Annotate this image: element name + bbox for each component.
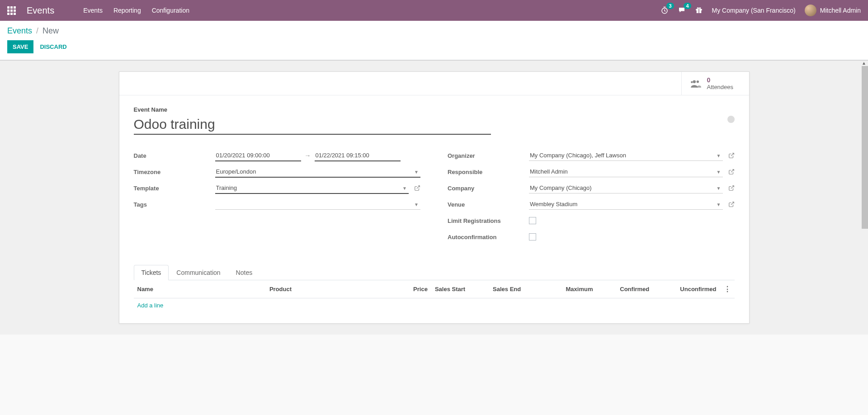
venue-external-link-icon[interactable] — [728, 201, 735, 208]
scroll-up-icon[interactable]: ▲ — [862, 61, 866, 66]
navbar-left: Events Events Reporting Configuration — [7, 5, 189, 16]
discard-button[interactable]: Discard — [40, 43, 66, 50]
apps-icon[interactable] — [7, 6, 16, 15]
add-line-link[interactable]: Add a line — [137, 302, 164, 309]
button-box: 0 Attendees — [119, 72, 749, 95]
template-select[interactable] — [215, 183, 409, 194]
label-company: Company — [448, 185, 529, 192]
nav-events[interactable]: Events — [83, 7, 103, 14]
label-limit-registrations: Limit Registrations — [448, 217, 529, 224]
nav-menu: Events Reporting Configuration — [83, 7, 189, 14]
date-end-input[interactable] — [315, 150, 401, 161]
svg-point-8 — [691, 81, 693, 83]
form-col-right: Organizer ▼ Responsible — [448, 149, 735, 247]
tabs: Tickets Communication Notes — [134, 265, 735, 280]
svg-rect-3 — [698, 9, 699, 13]
event-name-label: Event Name — [134, 106, 735, 113]
organizer-external-link-icon[interactable] — [728, 152, 735, 159]
user-avatar — [805, 5, 816, 16]
label-timezone: Timezone — [134, 169, 215, 175]
date-start-input[interactable] — [215, 150, 301, 161]
scrollbar-thumb[interactable] — [862, 66, 868, 229]
attendees-icon — [690, 79, 702, 89]
timezone-select[interactable] — [215, 166, 421, 178]
svg-point-7 — [696, 80, 698, 82]
responsible-external-link-icon[interactable] — [728, 169, 735, 175]
svg-point-4 — [697, 8, 698, 9]
event-name-input[interactable] — [134, 115, 491, 135]
nav-configuration[interactable]: Configuration — [152, 7, 189, 14]
label-tags: Tags — [134, 201, 215, 208]
chat-badge: 4 — [684, 3, 691, 9]
gift-icon[interactable] — [695, 6, 703, 14]
action-buttons: Save Discard — [7, 40, 861, 53]
arrow-right-icon: → — [305, 152, 311, 159]
th-product[interactable]: Product — [266, 280, 398, 298]
tags-select[interactable] — [215, 199, 421, 210]
chat-icon[interactable]: 4 — [678, 6, 686, 14]
form-body: Event Name Date → — [119, 95, 749, 323]
title-row — [134, 115, 735, 135]
breadcrumb: Events / New — [7, 26, 861, 36]
limit-registrations-checkbox[interactable] — [529, 217, 536, 224]
th-sales-start[interactable]: Sales Start — [431, 280, 489, 298]
attendees-label: Attendees — [707, 84, 734, 90]
form-sheet: 0 Attendees Event Name Date → — [119, 71, 750, 324]
label-organizer: Organizer — [448, 152, 529, 159]
svg-line-10 — [731, 153, 733, 156]
venue-select[interactable] — [529, 199, 723, 210]
label-responsible: Responsible — [448, 169, 529, 175]
app-brand[interactable]: Events — [27, 5, 54, 16]
form-col-left: Date → Timezone ▼ — [134, 149, 421, 247]
timer-icon[interactable]: 3 — [660, 6, 669, 14]
company-select[interactable] — [529, 183, 723, 193]
th-maximum[interactable]: Maximum — [543, 280, 596, 298]
label-date: Date — [134, 152, 215, 159]
breadcrumb-root[interactable]: Events — [7, 26, 32, 35]
svg-line-11 — [731, 170, 733, 172]
timer-badge: 3 — [666, 3, 674, 9]
svg-point-5 — [699, 8, 700, 9]
company-external-link-icon[interactable] — [728, 185, 735, 191]
breadcrumb-active: New — [42, 26, 59, 35]
svg-line-13 — [731, 202, 733, 205]
attendees-count: 0 — [707, 76, 734, 84]
svg-line-12 — [731, 186, 733, 189]
tab-communication[interactable]: Communication — [169, 265, 228, 280]
user-menu[interactable]: Mitchell Admin — [805, 5, 861, 16]
kanban-status-dot[interactable] — [727, 116, 735, 123]
tab-notes[interactable]: Notes — [228, 265, 260, 280]
autoconfirmation-checkbox[interactable] — [529, 233, 536, 241]
svg-line-9 — [417, 186, 420, 189]
th-sales-end[interactable]: Sales End — [489, 280, 543, 298]
th-unconfirmed[interactable]: Unconfirmed — [653, 280, 720, 298]
th-price[interactable]: Price — [398, 280, 431, 298]
label-venue: Venue — [448, 201, 529, 208]
table-options-icon[interactable]: ⋮ — [724, 285, 731, 293]
form-group: Date → Timezone ▼ — [134, 149, 735, 247]
breadcrumb-sep: / — [36, 26, 38, 35]
attendees-text: 0 Attendees — [707, 76, 734, 90]
company-selector[interactable]: My Company (San Francisco) — [712, 7, 796, 14]
svg-point-6 — [693, 80, 696, 83]
tab-tickets[interactable]: Tickets — [134, 265, 169, 280]
navbar-right: 3 4 My Company (San Francisco) Mitchell … — [660, 5, 861, 16]
organizer-select[interactable] — [529, 150, 723, 161]
template-external-link-icon[interactable] — [414, 185, 420, 191]
save-button[interactable]: Save — [7, 40, 33, 53]
content-area: ▲ 0 Attendees Event Name — [0, 60, 868, 335]
responsible-select[interactable] — [529, 166, 723, 177]
tickets-table: Name Product Price Sales Start Sales End… — [134, 280, 735, 312]
user-name: Mitchell Admin — [820, 7, 861, 14]
nav-reporting[interactable]: Reporting — [113, 7, 141, 14]
control-panel: Events / New Save Discard — [0, 21, 868, 60]
main-navbar: Events Events Reporting Configuration 3 … — [0, 0, 868, 21]
attendees-stat-button[interactable]: 0 Attendees — [681, 72, 749, 95]
th-name[interactable]: Name — [134, 280, 266, 298]
label-template: Template — [134, 185, 215, 192]
label-autoconfirmation: Autoconfirmation — [448, 234, 529, 241]
th-confirmed[interactable]: Confirmed — [597, 280, 653, 298]
